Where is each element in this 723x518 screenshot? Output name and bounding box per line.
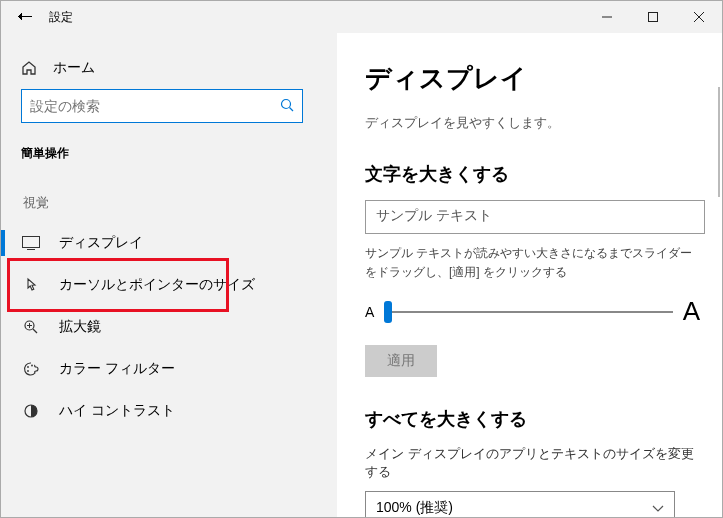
pointer-icon <box>21 277 41 293</box>
sidebar-item-display[interactable]: ディスプレイ <box>1 222 337 264</box>
section-everything-bigger-heading: すべてを大きくする <box>365 407 700 431</box>
window-title: 設定 <box>49 9 73 26</box>
group-title: 簡単操作 <box>1 137 337 188</box>
slider-label-large: A <box>683 296 700 327</box>
sidebar-item-label: カラー フィルター <box>59 360 175 378</box>
sidebar-item-cursor-pointer-size[interactable]: カーソルとポインターのサイズ <box>1 264 337 306</box>
sample-text-box: サンプル テキスト <box>365 200 705 234</box>
home-icon <box>21 60 37 76</box>
sidebar: ホーム 簡単操作 視覚 ディスプレイ カーソルとポインターのサイズ <box>1 33 337 517</box>
apply-button[interactable]: 適用 <box>365 345 437 377</box>
back-button[interactable]: 🠐 <box>17 9 33 25</box>
search-field[interactable] <box>30 98 280 114</box>
contrast-icon <box>21 403 41 419</box>
slider-label-small: A <box>365 304 374 320</box>
minimize-button[interactable] <box>584 1 630 33</box>
content-pane: ディスプレイ ディスプレイを見やすくします。 文字を大きくする サンプル テキス… <box>337 33 722 517</box>
section-text-bigger-heading: 文字を大きくする <box>365 162 700 186</box>
display-icon <box>21 236 41 250</box>
sidebar-item-label: カーソルとポインターのサイズ <box>59 276 255 294</box>
svg-point-14 <box>31 365 33 367</box>
search-input[interactable] <box>21 89 303 123</box>
svg-point-13 <box>27 370 29 372</box>
scrollbar[interactable] <box>718 87 720 197</box>
home-link[interactable]: ホーム <box>1 51 337 89</box>
palette-icon <box>21 361 41 377</box>
chevron-down-icon <box>652 500 664 516</box>
svg-line-9 <box>33 329 37 333</box>
svg-rect-1 <box>649 13 658 22</box>
scale-dropdown[interactable]: 100% (推奨) <box>365 491 675 517</box>
section-label: 視覚 <box>1 188 337 222</box>
scale-value: 100% (推奨) <box>376 499 453 517</box>
svg-line-5 <box>290 107 294 111</box>
page-title: ディスプレイ <box>365 61 700 96</box>
sidebar-item-color-filters[interactable]: カラー フィルター <box>1 348 337 390</box>
sidebar-item-high-contrast[interactable]: ハイ コントラスト <box>1 390 337 432</box>
sidebar-item-label: ディスプレイ <box>59 234 143 252</box>
slider-tip: サンプル テキストが読みやすい大きさになるまでスライダーをドラッグし、[適用] … <box>365 244 700 282</box>
svg-rect-6 <box>23 237 40 248</box>
sidebar-item-label: ハイ コントラスト <box>59 402 175 420</box>
titlebar: 🠐 設定 <box>1 1 722 33</box>
svg-point-12 <box>27 366 29 368</box>
scale-description: メイン ディスプレイのアプリとテキストのサイズを変更する <box>365 445 700 481</box>
page-subtitle: ディスプレイを見やすくします。 <box>365 114 700 132</box>
search-icon <box>280 98 294 115</box>
home-label: ホーム <box>53 59 95 77</box>
maximize-button[interactable] <box>630 1 676 33</box>
magnifier-icon <box>21 319 41 335</box>
close-button[interactable] <box>676 1 722 33</box>
text-size-slider[interactable] <box>384 302 672 322</box>
sidebar-item-label: 拡大鏡 <box>59 318 101 336</box>
svg-point-4 <box>282 99 291 108</box>
sidebar-item-magnifier[interactable]: 拡大鏡 <box>1 306 337 348</box>
